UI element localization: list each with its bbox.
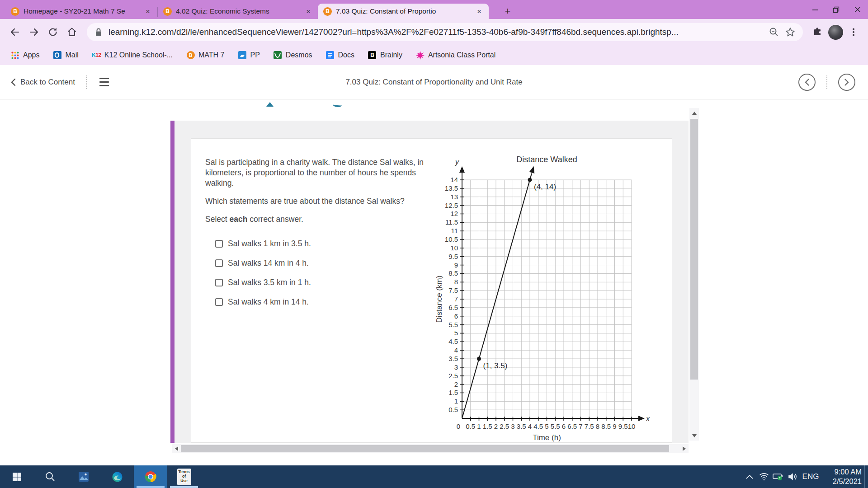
system-tray: ENG 9:00 AM 2/5/2021 bbox=[742, 465, 862, 488]
svg-text:7: 7 bbox=[579, 422, 582, 430]
volume-icon[interactable] bbox=[786, 465, 800, 488]
scrollbar-thumb[interactable] bbox=[181, 445, 669, 452]
tab-favicon-orange-b-icon: B bbox=[11, 7, 19, 16]
answer-checkbox[interactable] bbox=[215, 259, 223, 267]
svg-text:5: 5 bbox=[545, 422, 548, 430]
taskbar-clock[interactable]: 9:00 AM 2/5/2021 bbox=[823, 467, 862, 487]
scrollbar-thumb[interactable] bbox=[690, 119, 698, 380]
restore-button[interactable] bbox=[826, 0, 847, 19]
edge-browser-icon[interactable] bbox=[100, 465, 134, 488]
browser-toolbar: learning.k12.com/d2l/le/enhancedSequence… bbox=[0, 19, 868, 45]
svg-text:11.5: 11.5 bbox=[445, 218, 458, 226]
bookmark-label: Apps bbox=[23, 51, 39, 59]
start-button[interactable] bbox=[0, 465, 33, 488]
tray-chevron-up-icon[interactable] bbox=[742, 465, 757, 488]
question-text-column: Sal is participating in a charity walk. … bbox=[205, 157, 427, 307]
answer-options: Sal walks 1 km in 3.5 h.Sal walks 14 km … bbox=[205, 238, 427, 307]
bookmark-item[interactable]: Apps bbox=[11, 51, 39, 60]
zoom-out-icon[interactable] bbox=[769, 27, 779, 38]
bookmark-label: Artsonia Class Portal bbox=[428, 51, 495, 59]
svg-text:14: 14 bbox=[450, 176, 458, 183]
tab-title: 7.03 Quiz: Constant of Proportio bbox=[336, 7, 471, 15]
question-panel: Sal is participating in a charity walk. … bbox=[170, 121, 689, 443]
photos-app-icon[interactable] bbox=[67, 465, 100, 488]
svg-text:y: y bbox=[455, 158, 459, 166]
next-page-button[interactable] bbox=[838, 74, 855, 91]
answer-option[interactable]: Sal walks 4 km in 14 h. bbox=[205, 296, 427, 307]
svg-text:10: 10 bbox=[628, 422, 636, 430]
svg-text:11: 11 bbox=[451, 227, 458, 235]
bookmark-item[interactable]: K12K12 Online School-... bbox=[92, 51, 173, 60]
browser-tab[interactable]: B7.03 Quiz: Constant of Proportio× bbox=[318, 4, 489, 19]
svg-text:6: 6 bbox=[454, 312, 458, 320]
taskbar-time: 9:00 AM bbox=[823, 467, 862, 477]
browser-window: BHomepage - SY20-21 Math 7 Se×B4.02 Quiz… bbox=[0, 0, 868, 488]
answer-checkbox[interactable] bbox=[215, 240, 223, 248]
vertical-scrollbar[interactable] bbox=[689, 108, 699, 441]
svg-text:5.5: 5.5 bbox=[551, 422, 560, 430]
new-tab-button[interactable]: + bbox=[501, 5, 514, 18]
distance-walked-graph: 0.511.522.533.544.555.566.577.588.599.51… bbox=[434, 150, 660, 443]
question-paragraph: Sal is participating in a charity walk. … bbox=[205, 157, 427, 188]
svg-text:9.5: 9.5 bbox=[448, 253, 458, 260]
windows-taskbar: TermsofUse bbox=[0, 465, 868, 488]
wifi-icon[interactable] bbox=[757, 465, 771, 488]
tab-close-icon[interactable]: × bbox=[475, 7, 483, 16]
answer-option[interactable]: Sal walks 3.5 km in 1 h. bbox=[205, 277, 427, 288]
answer-checkbox[interactable] bbox=[215, 279, 223, 286]
show-desktop-strip[interactable] bbox=[864, 465, 868, 488]
forward-button[interactable] bbox=[24, 23, 43, 42]
browser-tab[interactable]: B4.02 Quiz: Economic Systems× bbox=[158, 4, 318, 19]
reload-button[interactable] bbox=[43, 23, 62, 42]
taskbar-active-underline bbox=[137, 486, 165, 488]
svg-text:1.5: 1.5 bbox=[483, 422, 492, 430]
terms-of-use-window-icon[interactable]: TermsofUse bbox=[167, 465, 201, 488]
close-window-button[interactable] bbox=[847, 0, 868, 19]
language-indicator[interactable]: ENG bbox=[800, 472, 821, 481]
chrome-browser-icon[interactable] bbox=[134, 465, 167, 488]
bookmark-item[interactable]: PP bbox=[238, 51, 260, 60]
question-instruction: Select each correct answer. bbox=[205, 214, 427, 225]
address-bar[interactable]: learning.k12.com/d2l/le/enhancedSequence… bbox=[87, 23, 803, 41]
chevron-left-icon bbox=[804, 78, 810, 86]
url-text: learning.k12.com/d2l/le/enhancedSequence… bbox=[108, 27, 763, 37]
home-button[interactable] bbox=[62, 23, 81, 42]
quiz-pagination bbox=[798, 74, 855, 91]
horizontal-scrollbar[interactable] bbox=[172, 444, 689, 453]
battery-charging-icon[interactable] bbox=[771, 465, 786, 488]
tab-title: Homepage - SY20-21 Math 7 Se bbox=[24, 7, 140, 15]
svg-text:(1, 3.5): (1, 3.5) bbox=[483, 361, 508, 370]
taskbar-search-icon[interactable] bbox=[33, 465, 67, 488]
profile-avatar[interactable] bbox=[826, 23, 844, 41]
tab-close-icon[interactable]: × bbox=[304, 7, 312, 16]
taskbar-date: 2/5/2021 bbox=[823, 477, 862, 486]
scroll-down-icon[interactable] bbox=[689, 431, 699, 441]
minimize-button[interactable] bbox=[804, 0, 826, 19]
previous-page-button[interactable] bbox=[798, 74, 816, 91]
answer-option[interactable]: Sal walks 14 km in 4 h. bbox=[205, 258, 427, 268]
tab-close-icon[interactable]: × bbox=[144, 7, 152, 16]
scroll-right-icon[interactable] bbox=[679, 444, 689, 453]
svg-text:Distance Walked: Distance Walked bbox=[516, 155, 577, 164]
browser-tab[interactable]: BHomepage - SY20-21 Math 7 Se× bbox=[5, 4, 157, 19]
svg-text:13: 13 bbox=[450, 193, 458, 201]
scroll-up-icon[interactable] bbox=[689, 108, 699, 118]
bookmark-item[interactable]: BBrainly bbox=[368, 51, 402, 60]
bookmark-star-icon[interactable] bbox=[785, 27, 796, 38]
answer-option[interactable]: Sal walks 1 km in 3.5 h. bbox=[205, 238, 427, 249]
bookmark-item[interactable]: Docs bbox=[326, 51, 354, 60]
bookmark-item[interactable]: Desmos bbox=[274, 51, 312, 60]
bookmark-item[interactable]: Artsonia Class Portal bbox=[416, 51, 495, 60]
outlook-icon bbox=[53, 51, 61, 60]
browser-menu-icon[interactable] bbox=[844, 23, 863, 41]
bookmark-label: MATH 7 bbox=[198, 51, 224, 59]
extensions-puzzle-icon[interactable] bbox=[808, 23, 826, 41]
window-controls bbox=[804, 0, 868, 19]
bookmark-item[interactable]: BMATH 7 bbox=[186, 51, 224, 60]
scroll-left-icon[interactable] bbox=[172, 444, 181, 453]
bookmark-item[interactable]: Mail bbox=[53, 51, 78, 60]
back-button[interactable] bbox=[5, 23, 24, 42]
clipped-heading-fragment bbox=[333, 102, 342, 108]
tab-list: BHomepage - SY20-21 Math 7 Se×B4.02 Quiz… bbox=[5, 4, 489, 19]
answer-checkbox[interactable] bbox=[215, 298, 223, 306]
